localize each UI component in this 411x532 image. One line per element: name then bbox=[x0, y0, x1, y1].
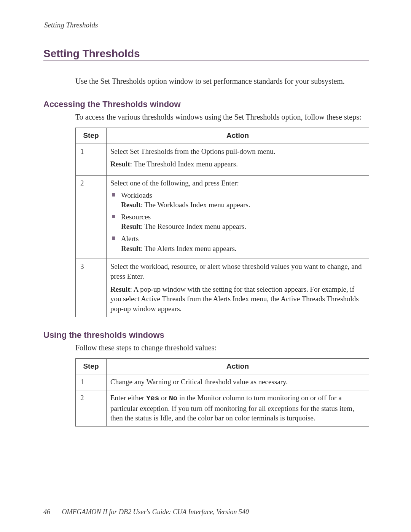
result-label: Result bbox=[110, 160, 130, 168]
sub-item-result: Result: The Alerts Index menu appears. bbox=[121, 244, 365, 254]
footer-title: OMEGAMON II for DB2 User's Guide: CUA In… bbox=[62, 508, 249, 516]
table-header-row: Step Action bbox=[76, 128, 369, 144]
result-label: Result bbox=[121, 244, 141, 252]
result-body: : The Threshold Index menu appears. bbox=[130, 160, 238, 168]
action-text: Select the workload, resource, or alert … bbox=[110, 262, 365, 281]
result-body: : The Resource Index menu appears. bbox=[141, 222, 246, 230]
step-action: Enter either Yes or No in the Monitor co… bbox=[107, 390, 369, 426]
col-header-action: Action bbox=[107, 358, 369, 374]
sub-item-list: Workloads Result: The Workloads Index me… bbox=[110, 190, 365, 256]
step-number: 1 bbox=[76, 374, 107, 390]
step-number: 1 bbox=[76, 144, 107, 175]
sub-item-title: Alerts bbox=[121, 234, 365, 244]
action-text: Select Set Thresholds from the Options p… bbox=[110, 147, 365, 157]
page-title: Setting Thresholds bbox=[43, 48, 369, 60]
intro-paragraph: Use the Set Thresholds option window to … bbox=[75, 76, 369, 86]
action-text-pre: Enter either bbox=[110, 394, 146, 402]
table-row: 1 Select Set Thresholds from the Options… bbox=[76, 144, 369, 175]
step-action: Change any Warning or Critical threshold… bbox=[107, 374, 369, 390]
table-row: 1 Change any Warning or Critical thresho… bbox=[76, 374, 369, 390]
step-number: 3 bbox=[76, 259, 107, 317]
code-yes: Yes bbox=[146, 394, 159, 403]
section-lead-using: Follow these steps to change threshold v… bbox=[75, 342, 369, 353]
result-text: Result: A pop-up window with the setting… bbox=[110, 284, 365, 314]
step-action: Select Set Thresholds from the Options p… bbox=[107, 144, 369, 175]
step-number: 2 bbox=[76, 175, 107, 259]
page-number: 46 bbox=[43, 508, 50, 516]
title-wrap: Setting Thresholds bbox=[43, 48, 369, 61]
section-using: Using the thresholds windows Follow thes… bbox=[43, 330, 369, 427]
col-header-step: Step bbox=[76, 358, 107, 374]
list-item: Alerts Result: The Alerts Index menu app… bbox=[110, 234, 365, 256]
col-header-step: Step bbox=[76, 128, 107, 144]
result-body: : The Workloads Index menu appears. bbox=[141, 201, 250, 209]
table-row: 2 Enter either Yes or No in the Monitor … bbox=[76, 390, 369, 426]
action-text-or: or bbox=[159, 394, 169, 402]
steps-table-accessing: Step Action 1 Select Set Thresholds from… bbox=[75, 128, 369, 317]
section-heading-accessing: Accessing the Thresholds window bbox=[43, 99, 369, 109]
action-text: Select one of the following, and press E… bbox=[110, 179, 239, 187]
footer-line: 46 OMEGAMON II for DB2 User's Guide: CUA… bbox=[43, 508, 369, 516]
result-label: Result bbox=[121, 222, 141, 230]
col-header-action: Action bbox=[107, 128, 369, 144]
table-row: 3 Select the workload, resource, or aler… bbox=[76, 259, 369, 317]
section-accessing: Accessing the Thresholds window To acces… bbox=[43, 99, 369, 317]
section-heading-using: Using the thresholds windows bbox=[43, 330, 369, 340]
sub-item-title: Resources bbox=[121, 212, 365, 222]
footer-rule bbox=[43, 504, 369, 504]
sub-item-result: Result: The Workloads Index menu appears… bbox=[121, 200, 365, 210]
page: Setting Thresholds Setting Thresholds Us… bbox=[0, 0, 411, 532]
result-label: Result bbox=[110, 285, 130, 293]
result-label: Result bbox=[121, 201, 141, 209]
result-body: : The Alerts Index menu appears. bbox=[141, 244, 237, 252]
page-footer: 46 OMEGAMON II for DB2 User's Guide: CUA… bbox=[43, 504, 369, 516]
step-action: Select the workload, resource, or alert … bbox=[107, 259, 369, 317]
section-lead-accessing: To access the various thresholds windows… bbox=[75, 112, 369, 122]
result-text: Result: The Threshold Index menu appears… bbox=[110, 159, 365, 169]
table-header-row: Step Action bbox=[76, 358, 369, 374]
step-action: Select one of the following, and press E… bbox=[107, 175, 369, 259]
running-head: Setting Thresholds bbox=[44, 21, 369, 29]
list-item: Resources Result: The Resource Index men… bbox=[110, 212, 365, 234]
code-no: No bbox=[169, 394, 177, 403]
list-item: Workloads Result: The Workloads Index me… bbox=[110, 190, 365, 212]
table-row: 2 Select one of the following, and press… bbox=[76, 175, 369, 259]
result-body: : A pop-up window with the setting for t… bbox=[110, 285, 359, 313]
sub-item-title: Workloads bbox=[121, 190, 365, 200]
step-number: 2 bbox=[76, 390, 107, 426]
steps-table-using: Step Action 1 Change any Warning or Crit… bbox=[75, 358, 369, 427]
sub-item-result: Result: The Resource Index menu appears. bbox=[121, 222, 365, 232]
